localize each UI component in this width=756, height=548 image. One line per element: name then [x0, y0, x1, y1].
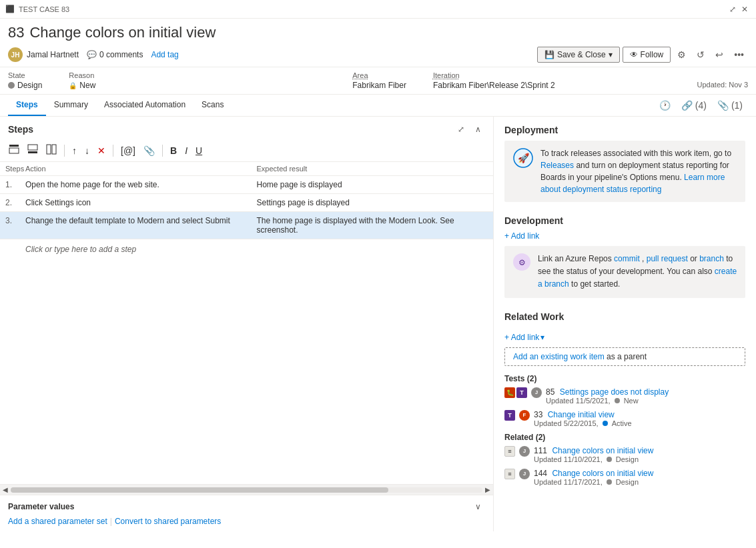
parameter-values-section: Parameter values ∨ Add a shared paramete… [0, 495, 493, 531]
expand-icon[interactable]: ⤢ [729, 5, 739, 14]
add-parent-box[interactable]: Add an existing work item as a parent [504, 347, 745, 366]
avatar-related-2: J [519, 469, 530, 479]
test-item-2-icons: T [504, 410, 515, 421]
test-icon-1: T [516, 387, 527, 398]
test-item-1-title[interactable]: Settings page does not display [560, 387, 669, 397]
add-step-area[interactable]: Click or type here to add a step [0, 239, 493, 259]
insert-step-above-button[interactable] [5, 142, 23, 159]
state-label: State [8, 71, 42, 79]
step-action-2[interactable]: Click Settings icon [25, 198, 257, 207]
area-value[interactable]: Fabrikam Fiber [352, 81, 406, 90]
reason-label: Reason [69, 71, 95, 79]
step-row-1[interactable]: 1. Open the home page for the web site. … [0, 176, 493, 194]
dev-add-link-button[interactable]: + Add link [504, 231, 745, 241]
branch-link[interactable]: branch [699, 254, 724, 263]
move-up-button[interactable]: ↑ [69, 143, 80, 158]
step-action-3[interactable]: Change the default template to Modern an… [25, 216, 257, 225]
expand-icon[interactable]: ⤢ [454, 122, 468, 137]
param-collapse-button[interactable]: ∨ [471, 499, 485, 514]
related-item-1-icons: ≡ [504, 446, 515, 457]
related-item-2-title[interactable]: Change colors on initial view [552, 469, 653, 478]
refresh-button[interactable]: ↺ [693, 47, 709, 63]
releases-link[interactable]: Releases [540, 161, 574, 170]
commit-link[interactable]: commit [614, 254, 640, 263]
pull-request-link[interactable]: pull request [647, 254, 688, 263]
svg-text:🚀: 🚀 [518, 153, 530, 164]
state-value[interactable]: Design [8, 81, 42, 90]
delete-step-button[interactable]: ✕ [94, 143, 109, 158]
add-tag-button[interactable]: Add tag [151, 50, 178, 59]
step-num-3: 3. [5, 216, 25, 225]
step-row-2[interactable]: 2. Click Settings icon Settings page is … [0, 194, 493, 212]
attachments-tab-action[interactable]: 📎 (1) [712, 96, 748, 115]
deployment-card: 🚀 To track releases associated with this… [504, 141, 745, 202]
comment-icon: 💬 [87, 50, 97, 59]
settings-button[interactable]: ⚙ [673, 47, 690, 63]
svg-rect-3 [28, 151, 37, 153]
scroll-right-arrow[interactable]: ▶ [485, 486, 490, 493]
insert-shared-step-button[interactable] [43, 142, 60, 159]
work-item-name: Change colors on initial view [29, 24, 216, 41]
close-icon[interactable]: ✕ [741, 5, 751, 14]
collapse-icon[interactable]: ∧ [471, 122, 485, 137]
related-group-title: Related (2) [504, 433, 745, 442]
step-action-1[interactable]: Open the home page for the web site. [25, 180, 257, 189]
test-item-1: 🐛 T J 85 Settings page does not display … [504, 387, 745, 405]
param-title: Parameter values [8, 502, 74, 511]
scroll-thumb[interactable] [11, 487, 388, 493]
related-item-1: ≡ J 111 Change colors on initial view Up… [504, 446, 745, 463]
state-group: State Design [8, 71, 42, 90]
development-text: Link an Azure Repos commit , pull reques… [538, 253, 737, 291]
related-work-add-link-button[interactable]: + Add link ▾ [504, 333, 745, 342]
bold-button[interactable]: B [167, 143, 180, 158]
svg-rect-1 [9, 148, 19, 153]
underline-button[interactable]: U [192, 143, 206, 158]
action-col-header: Action [25, 165, 257, 173]
more-options-button[interactable]: ••• [730, 47, 748, 63]
related-work-header: Related Work [504, 311, 745, 327]
scroll-left-arrow[interactable]: ◀ [3, 486, 8, 493]
tab-scans[interactable]: Scans [194, 95, 232, 116]
italic-button[interactable]: I [181, 143, 191, 158]
insert-param-button[interactable]: [@] [117, 143, 139, 158]
svg-rect-2 [28, 145, 37, 150]
add-shared-param-link[interactable]: Add a shared parameter set [8, 517, 107, 526]
step-expected-1[interactable]: Home page is displayed [257, 180, 488, 189]
test-item-2-title[interactable]: Change initial view [548, 410, 615, 419]
iteration-value[interactable]: Fabrikam Fiber\Release 2\Sprint 2 [433, 81, 555, 90]
horizontal-scrollbar[interactable]: ◀ ▶ [0, 484, 493, 495]
step-row-3[interactable]: 3. Change the default template to Modern… [0, 212, 493, 239]
updated-info: Updated: Nov 3 [697, 81, 748, 90]
save-close-button[interactable]: 💾 Save & Close ▾ [537, 47, 620, 63]
step-expected-2[interactable]: Settings page is displayed [257, 198, 488, 207]
steps-col-headers: Steps Action Expected result [0, 162, 493, 176]
move-down-button[interactable]: ↓ [81, 143, 93, 158]
svg-rect-4 [47, 145, 51, 154]
reason-group: Reason 🔒 New [69, 71, 95, 90]
deployment-title: Deployment [504, 125, 745, 135]
author-name: Jamal Hartnett [27, 50, 79, 59]
related-item-1-title[interactable]: Change colors on initial view [552, 446, 653, 455]
reason-value[interactable]: 🔒 New [69, 81, 95, 90]
avatar-test-2: F [519, 410, 530, 421]
attach-button[interactable]: 📎 [140, 143, 158, 158]
tab-summary[interactable]: Summary [46, 95, 96, 116]
insert-step-below-button[interactable] [24, 142, 41, 159]
step-expected-3[interactable]: The home page is displayed with the Mode… [257, 216, 488, 235]
toolbar-divider-3 [162, 145, 163, 157]
svg-rect-5 [52, 145, 56, 154]
related-item-1-meta: Updated 11/10/2021, Design [534, 455, 745, 463]
history-tab-action[interactable]: 🕐 [654, 96, 676, 115]
scroll-track[interactable] [11, 487, 482, 493]
related-item-2-icons: ≡ [504, 469, 515, 479]
links-tab-action[interactable]: 🔗 (4) [676, 96, 712, 115]
avatar-test-1: J [531, 387, 542, 398]
tab-associated-automation[interactable]: Associated Automation [96, 95, 194, 116]
undo-button[interactable]: ↩ [711, 47, 727, 63]
related-icon-1: ≡ [504, 446, 515, 457]
follow-button[interactable]: 👁 Follow [623, 47, 671, 63]
convert-to-shared-link[interactable]: Convert to shared parameters [115, 517, 221, 526]
tab-steps[interactable]: Steps [8, 95, 46, 116]
title-bar-left: ⬛ TEST CASE 83 [5, 5, 69, 13]
comments-button[interactable]: 💬 0 comments [87, 50, 143, 59]
